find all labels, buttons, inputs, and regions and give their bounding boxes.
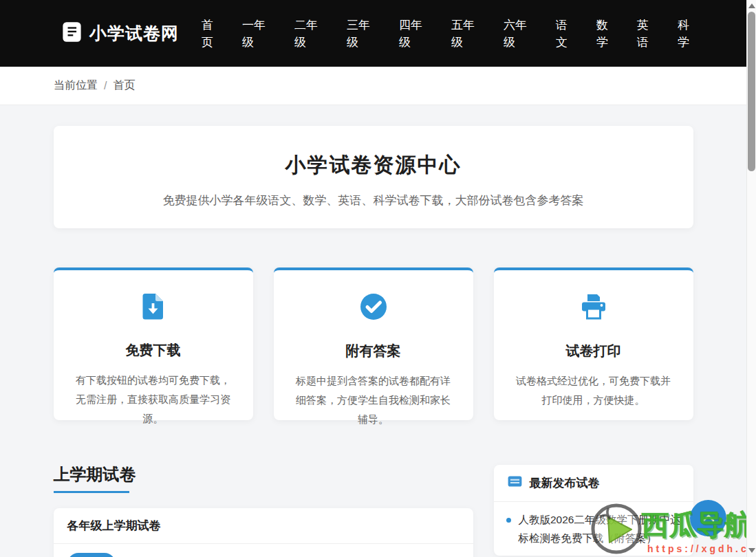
top-navbar: 小学试卷网 首页 一年级 二年级 三年级 四年级 五年级 六年级 语文 数学 英… xyxy=(0,0,746,67)
feature-title: 试卷打印 xyxy=(512,342,676,360)
hero-card: 小学试卷资源中心 免费提供小学各年级语文、数学、英语、科学试卷下载，大部份试卷包… xyxy=(54,126,693,228)
nav-item-grade3[interactable]: 三年级 xyxy=(347,17,371,51)
page: 小学试卷网 首页 一年级 二年级 三年级 四年级 五年级 六年级 语文 数学 英… xyxy=(0,0,746,557)
feature-title: 附有答案 xyxy=(292,342,455,360)
nav-item-science[interactable]: 科学 xyxy=(678,17,691,51)
grades-card-title: 各年级上学期试卷 xyxy=(54,508,473,544)
semester-section: 上学期试卷 各年级上学期试卷 xyxy=(54,465,693,557)
file-download-icon xyxy=(142,310,164,322)
latest-papers-title: 最新发布试卷 xyxy=(530,475,600,491)
nav-item-english[interactable]: 英语 xyxy=(637,17,650,51)
nav-item-grade4[interactable]: 四年级 xyxy=(399,17,424,51)
list-item[interactable]: 人教版2026二年级数学下册期中达标检测卷免费下载（附答案） xyxy=(506,510,681,547)
grades-card: 各年级上学期试卷 xyxy=(54,508,473,557)
breadcrumb-current[interactable]: 首页 xyxy=(113,78,135,93)
check-circle-icon xyxy=(360,311,387,323)
page-subtitle: 免费提供小学各年级语文、数学、英语、科学试卷下载，大部份试卷包含参考答案 xyxy=(54,193,693,208)
scrollbar xyxy=(746,0,756,557)
scrollbar-thumb[interactable] xyxy=(748,12,755,171)
latest-papers-card: 最新发布试卷 人教版2026二年级数学下册期中达标检测卷免费下载（附答案） xyxy=(494,465,693,556)
latest-papers-list: 人教版2026二年级数学下册期中达标检测卷免费下载（附答案） xyxy=(494,502,693,556)
scrollbar-down-arrow[interactable] xyxy=(748,548,755,553)
nav-item-math[interactable]: 数学 xyxy=(596,17,609,51)
newspaper-icon xyxy=(508,476,522,490)
feature-title: 免费下载 xyxy=(72,341,235,360)
breadcrumb-separator: / xyxy=(104,80,107,92)
heading-underline xyxy=(54,491,129,493)
feature-description: 标题中提到含答案的试卷都配有详细答案，方便学生自我检测和家长辅导。 xyxy=(292,371,455,429)
paper-link: 人教版2026二年级数学下册期中达标检测卷免费下载（附答案） xyxy=(519,510,681,547)
scroll-to-top-button[interactable] xyxy=(690,500,726,536)
feature-description: 有下载按钮的试卷均可免费下载，无需注册，直接获取高质量学习资源。 xyxy=(72,371,235,428)
grade-tab-button[interactable] xyxy=(67,553,116,557)
site-title: 小学试卷网 xyxy=(89,22,179,45)
nav-item-grade1[interactable]: 一年级 xyxy=(242,17,267,51)
section-heading: 上学期试卷 xyxy=(54,465,473,484)
feature-description: 试卷格式经过优化，可免费下载并打印使用，方便快捷。 xyxy=(512,371,676,410)
feature-card-answers: 附有答案 标题中提到含答案的试卷都配有详细答案，方便学生自我检测和家长辅导。 xyxy=(274,267,473,420)
site-logo[interactable]: 小学试卷网 xyxy=(62,21,179,45)
scrollbar-up-arrow[interactable] xyxy=(748,3,755,8)
feature-card-free-download: 免费下载 有下载按钮的试卷均可免费下载，无需注册，直接获取高质量学习资源。 xyxy=(54,267,253,420)
main-nav: 首页 一年级 二年级 三年级 四年级 五年级 六年级 语文 数学 英语 科学 xyxy=(202,17,718,51)
nav-item-chinese[interactable]: 语文 xyxy=(556,17,569,51)
main-content: 小学试卷资源中心 免费提供小学各年级语文、数学、英语、科学试卷下载，大部份试卷包… xyxy=(0,105,746,557)
book-icon xyxy=(62,21,82,45)
breadcrumb-label: 当前位置 xyxy=(54,78,98,93)
feature-cards: 免费下载 有下载按钮的试卷均可免费下载，无需注册，直接获取高质量学习资源。 附有… xyxy=(54,267,693,420)
page-title: 小学试卷资源中心 xyxy=(54,151,693,179)
nav-item-grade5[interactable]: 五年级 xyxy=(451,17,476,51)
nav-item-grade2[interactable]: 二年级 xyxy=(294,17,319,51)
breadcrumb: 当前位置 / 首页 xyxy=(0,67,746,105)
bullet-icon xyxy=(506,518,511,523)
chevron-up-icon xyxy=(702,512,715,525)
printer-icon xyxy=(580,311,607,323)
nav-item-home[interactable]: 首页 xyxy=(202,17,215,51)
feature-card-print: 试卷打印 试卷格式经过优化，可免费下载并打印使用，方便快捷。 xyxy=(494,267,693,420)
nav-item-grade6[interactable]: 六年级 xyxy=(504,17,528,51)
